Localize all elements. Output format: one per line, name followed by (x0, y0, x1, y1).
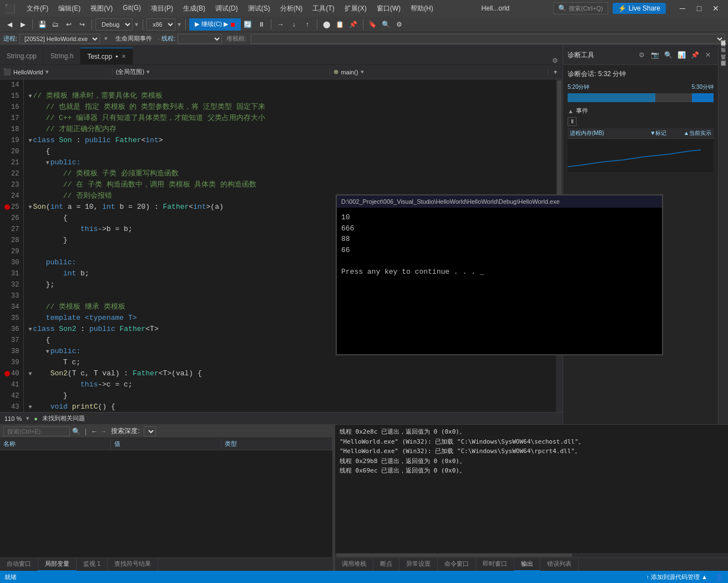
menu-project[interactable]: 项目(P) (146, 2, 178, 16)
pause-btn-toolbar[interactable]: ⏸ (255, 18, 267, 31)
zoom-dropdown-icon[interactable]: ▾ (26, 415, 29, 422)
copy-btn[interactable]: 📋 (334, 18, 346, 31)
locals-depth-selector[interactable] (144, 426, 156, 436)
tab-test-cpp[interactable]: Test.cpp ● ✕ (80, 48, 133, 64)
menu-edit[interactable]: 编辑(E) (54, 2, 85, 16)
add-to-source-control[interactable]: ↑ 添加到源代码管理 ▲ (646, 573, 708, 581)
sidebar-solution-btn[interactable]: 解决方案资源管理器 (720, 68, 727, 72)
btab-exception[interactable]: 异常设置 (400, 558, 438, 571)
step-into-btn[interactable]: ↓ (288, 18, 300, 31)
menu-test[interactable]: 测试(S) (244, 2, 275, 16)
console-line-4: 66 (341, 245, 658, 256)
btab-auto[interactable]: 自动窗口 (0, 558, 38, 571)
menu-file[interactable]: 文件(F) (22, 2, 53, 16)
sidebar-code-def-btn[interactable]: 代码定义窗口 (720, 48, 727, 52)
find-btn[interactable]: 🔍 (380, 18, 392, 31)
tab-string-h[interactable]: String.h (44, 48, 80, 64)
menu-analyze[interactable]: 分析(N) (276, 2, 307, 16)
btab-locals[interactable]: 局部变量 (38, 558, 77, 571)
output-line-1: 线程 0x2e8c 已退出，返回值为 0 (0x0)。 (340, 427, 724, 437)
btab-call-stack[interactable]: 调用堆栈 (335, 558, 373, 571)
debug-config-dropdown[interactable]: Debug (95, 18, 133, 31)
tab-settings-btn[interactable]: ⚙ (548, 57, 563, 64)
save-btn[interactable]: 💾 (36, 18, 48, 31)
tab-label-string-cpp: String.cpp (7, 52, 37, 60)
output-hscrollbar[interactable] (335, 553, 728, 557)
diag-settings-btn[interactable]: ⚙ (636, 49, 647, 61)
time-progress-area: 5:20分钟 5:30分钟 (568, 83, 714, 102)
minimize-button[interactable]: ─ (675, 3, 690, 14)
menu-debug[interactable]: 调试(D) (211, 2, 242, 16)
platform-dropdown[interactable]: x86 (146, 18, 175, 31)
diag-camera-btn[interactable]: 📷 (649, 49, 660, 61)
live-share-button[interactable]: ⚡ Live Share (613, 3, 666, 14)
sidebar-toolbox-btn[interactable]: 工具箱 (720, 61, 727, 66)
stack-selector[interactable] (251, 34, 725, 44)
locals-nav-back[interactable]: ← (91, 428, 98, 435)
bookmark-btn[interactable]: 🔖 (367, 18, 379, 31)
scope-selector[interactable]: ⬛ HelloWorld ▾ (0, 68, 113, 76)
settings-btn[interactable]: ⚙ (393, 18, 406, 31)
diag-pin-btn[interactable]: 📌 (689, 49, 700, 61)
diag-close-btn[interactable]: ✕ (702, 49, 714, 61)
diag-chart-btn[interactable]: 📊 (676, 49, 687, 61)
btab-breakpoints[interactable]: 断点 (373, 558, 400, 571)
events-section: ▲ 事件 Ⅱ 进程内存(MB) ▼标记 ▲当前实示 (568, 107, 714, 172)
close-button[interactable]: ✕ (708, 3, 724, 14)
btab-immediate[interactable]: 即时窗口 (476, 558, 514, 571)
undo-btn[interactable]: ↩ (63, 18, 75, 31)
output-line-4: 线程 0x29b8 已退出，返回值为 0 (0x0)。 (340, 456, 724, 466)
process-selector[interactable]: [20552] HelloWorld.exe (19, 34, 100, 44)
lifecycle-btn[interactable]: 生命周期事件 (112, 34, 155, 43)
breakpoint-btn[interactable]: ⬤ (321, 18, 333, 31)
btab-output[interactable]: 输出 (514, 558, 540, 571)
events-collapse-btn[interactable]: ▲ (568, 108, 574, 114)
stop-debug-icon: ■ (230, 20, 235, 29)
locals-nav-fwd[interactable]: → (100, 428, 107, 435)
menu-git[interactable]: Git(G) (118, 2, 145, 16)
menu-build[interactable]: 生成(B) (179, 2, 210, 16)
add-editor-btn[interactable]: + (548, 65, 563, 79)
thread-selector[interactable] (178, 34, 222, 44)
output-hscrollbar-thumb[interactable] (336, 554, 572, 557)
code-line-40: ▼ Son2(T c, T val) : Father<T>(val) { (28, 368, 552, 379)
stack-label: 堆栈框: (224, 34, 249, 43)
continue-button[interactable]: ▶ 继续(C) ▶ ■ (189, 18, 241, 31)
forward-btn[interactable]: ▶ (17, 18, 29, 31)
locals-search-input[interactable] (3, 426, 70, 436)
paste-btn[interactable]: 📌 (347, 18, 360, 31)
tab-string-cpp[interactable]: String.cpp (0, 48, 44, 64)
menu-extensions[interactable]: 扩展(X) (340, 2, 371, 16)
scrollbar-thumb[interactable] (557, 81, 562, 214)
func-selector[interactable]: ⊕ main() ▾ (330, 68, 548, 76)
locals-table-header: 名称 值 类型 (0, 438, 332, 450)
output-line-2: "HelloWorld.exe" (Win32): 已加载 "C:\Window… (340, 437, 724, 447)
save-all-btn[interactable]: 🗂 (49, 18, 62, 31)
col-mark: ▼标记 (641, 129, 676, 137)
step-out-btn[interactable]: ↑ (301, 18, 314, 31)
nav-selector[interactable]: (全局范围) ▾ (113, 68, 331, 76)
menu-window[interactable]: 窗口(W) (372, 2, 405, 16)
console-line-2: 666 (341, 223, 658, 234)
diag-search-btn[interactable]: 🔍 (663, 49, 674, 61)
btab-watch1[interactable]: 监视 1 (77, 558, 108, 571)
btab-find-symbol[interactable]: 查找符号结果 (108, 558, 158, 571)
menu-view[interactable]: 视图(V) (86, 2, 117, 16)
sidebar-prop-btn[interactable]: 属性 (720, 54, 727, 59)
tab-close-test-cpp[interactable]: ✕ (122, 53, 126, 59)
title-bar-right: 🔍 搜索(Ctrl+Q) ⚡ Live Share ─ □ ✕ (553, 2, 724, 14)
btab-error-list[interactable]: 错误列表 (540, 558, 579, 571)
redo-btn[interactable]: ↪ (76, 18, 88, 31)
events-pause-btn[interactable]: Ⅱ (568, 117, 577, 126)
line-numbers: 14 15 16 17 18 19 20 21 22 23 24 25 26 2… (0, 79, 24, 412)
menu-tools[interactable]: 工具(T) (308, 2, 338, 16)
restart-btn[interactable]: 🔄 (242, 18, 254, 31)
menu-help[interactable]: 帮助(H) (406, 2, 438, 16)
col-current: ▲当前实示 (676, 129, 711, 137)
toolbar-sep-5 (271, 19, 271, 29)
back-btn[interactable]: ◀ (3, 18, 16, 31)
maximize-button[interactable]: □ (691, 3, 707, 14)
btab-command[interactable]: 命令窗口 (438, 558, 476, 571)
search-box[interactable]: 🔍 搜索(Ctrl+Q) (553, 2, 608, 14)
step-over-btn[interactable]: → (275, 18, 287, 31)
